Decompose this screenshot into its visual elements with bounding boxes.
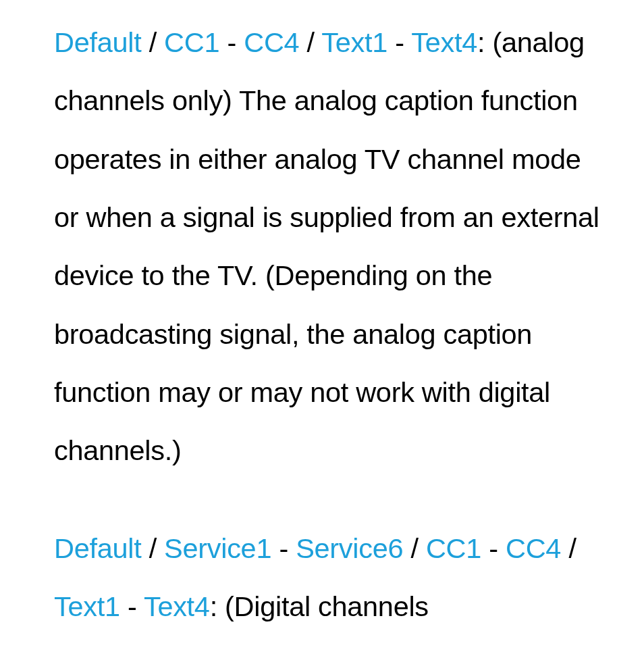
option-text1: Text1 bbox=[54, 590, 120, 622]
option-service1: Service1 bbox=[164, 532, 271, 564]
caption-mode-digital-paragraph: Default / Service1 - Service6 / CC1 - CC… bbox=[54, 519, 605, 636]
option-cc1: CC1 bbox=[164, 26, 219, 58]
separator-slash: / bbox=[141, 532, 164, 564]
option-text1: Text1 bbox=[321, 26, 387, 58]
option-text4: Text4 bbox=[144, 590, 210, 622]
separator-dash: - bbox=[481, 532, 506, 564]
option-cc4: CC4 bbox=[244, 26, 299, 58]
analog-description-text: : (analog channels only) The analog capt… bbox=[54, 26, 599, 466]
separator-slash: / bbox=[403, 532, 426, 564]
digital-description-text: : (Digital channels bbox=[210, 590, 429, 622]
option-text4: Text4 bbox=[411, 26, 477, 58]
separator-slash: / bbox=[141, 26, 164, 58]
separator-slash: / bbox=[299, 26, 321, 58]
caption-mode-analog-paragraph: Default / CC1 - CC4 / Text1 - Text4: (an… bbox=[54, 14, 605, 480]
option-cc1: CC1 bbox=[426, 532, 481, 564]
option-service6: Service6 bbox=[296, 532, 403, 564]
option-default: Default bbox=[54, 532, 141, 564]
separator-slash: / bbox=[561, 532, 576, 564]
separator-dash: - bbox=[219, 26, 244, 58]
separator-dash: - bbox=[387, 26, 411, 58]
separator-dash: - bbox=[271, 532, 296, 564]
option-default: Default bbox=[54, 26, 141, 58]
option-cc4: CC4 bbox=[506, 532, 561, 564]
separator-dash: - bbox=[120, 590, 144, 622]
